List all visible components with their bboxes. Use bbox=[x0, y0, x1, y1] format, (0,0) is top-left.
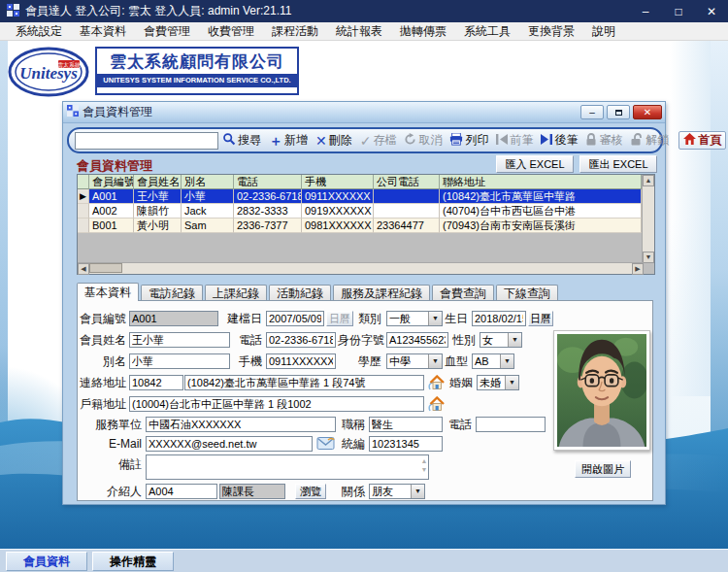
check-icon: ✓ bbox=[360, 134, 372, 148]
next-icon bbox=[541, 134, 552, 148]
cell: (10842)臺北市萬華區中華路 bbox=[440, 189, 642, 204]
scroll-left-arrow[interactable]: ◀ bbox=[78, 263, 89, 275]
cell: 王小華 bbox=[134, 189, 182, 204]
tab-fee-inquiry[interactable]: 會費查詢 bbox=[432, 285, 494, 301]
cell: 02-2336-6718 bbox=[234, 189, 302, 204]
export-excel-button[interactable]: 匯出 EXCEL bbox=[579, 155, 657, 173]
col-member-name[interactable]: 會員姓名 bbox=[134, 175, 182, 189]
id-number-field[interactable] bbox=[386, 332, 448, 348]
relation-select[interactable]: 朋友▼ bbox=[369, 484, 425, 499]
menu-statistics-reports[interactable]: 統計報表 bbox=[327, 23, 391, 40]
save-button[interactable]: ✓存檔 bbox=[356, 130, 401, 151]
add-button[interactable]: ＋新增 bbox=[265, 130, 312, 151]
search-button[interactable]: 搜尋 bbox=[218, 130, 265, 151]
menu-charge-management[interactable]: 收費管理 bbox=[199, 23, 263, 40]
mdi-titlebar[interactable]: 會員資料管理 – ✕ bbox=[63, 102, 665, 123]
scroll-down-arrow[interactable]: ▼ bbox=[643, 252, 654, 263]
scroll-right-arrow[interactable]: ▶ bbox=[632, 263, 644, 275]
menu-basic-data[interactable]: 基本資料 bbox=[71, 23, 135, 40]
created-calendar-button[interactable]: 日曆 bbox=[326, 311, 353, 326]
col-alias[interactable]: 別名 bbox=[182, 175, 234, 189]
work-phone-field[interactable] bbox=[476, 417, 546, 432]
print-button[interactable]: 列印 bbox=[446, 130, 492, 151]
col-mobile[interactable]: 手機 bbox=[302, 175, 374, 189]
maximize-button[interactable]: □ bbox=[662, 0, 695, 22]
contact-zip-field[interactable] bbox=[129, 375, 183, 390]
company-name-en: UNITESYS SYSTEM INFORMATION SERVICE CO.,… bbox=[97, 74, 297, 87]
contact-address-field[interactable] bbox=[184, 375, 424, 390]
tax-id-field[interactable] bbox=[369, 436, 443, 452]
mdi-restore-button[interactable] bbox=[607, 105, 630, 119]
alias-field[interactable] bbox=[129, 353, 230, 369]
registered-address-field[interactable] bbox=[129, 396, 424, 412]
table-row-selected[interactable]: ▶ A001 王小華 小華 02-2336-6718 0911XXXXXX (1… bbox=[78, 189, 654, 204]
menu-course-activity[interactable]: 課程活動 bbox=[263, 23, 327, 40]
status-tab-operation-wizard[interactable]: 操作精靈 bbox=[92, 552, 174, 571]
table-row[interactable]: A002 陳韻竹 Jack 2832-3333 0919XXXXXX (4070… bbox=[78, 204, 654, 219]
previous-record-button[interactable]: 前筆 bbox=[492, 130, 537, 151]
blood-type-select[interactable]: AB▼ bbox=[472, 353, 514, 369]
notes-field[interactable] bbox=[146, 454, 429, 480]
cancel-button[interactable]: 取消 bbox=[400, 130, 446, 151]
tab-service-course-records[interactable]: 服務及課程紀錄 bbox=[333, 285, 430, 301]
mobile-field[interactable] bbox=[266, 353, 336, 369]
cell: 小華 bbox=[182, 189, 234, 204]
member-name-field[interactable] bbox=[129, 332, 230, 348]
next-record-button[interactable]: 後筆 bbox=[537, 130, 581, 151]
titlebar: 會員達人 登入公司: 雲太 登入人員: admin Ver:21.11 – □ … bbox=[0, 0, 728, 22]
audit-button[interactable]: 審核 bbox=[581, 130, 626, 151]
house-icon[interactable] bbox=[428, 375, 446, 390]
menu-system-tools[interactable]: 系統工具 bbox=[455, 23, 519, 40]
delete-button[interactable]: ✕刪除 bbox=[312, 130, 356, 151]
tab-call-records[interactable]: 電訪紀錄 bbox=[141, 285, 203, 301]
tab-basic-data[interactable]: 基本資料 bbox=[77, 283, 139, 301]
email-field[interactable] bbox=[146, 436, 313, 452]
mdi-close-button[interactable]: ✕ bbox=[633, 105, 662, 119]
scrollbar-thumb[interactable] bbox=[89, 263, 122, 273]
house-icon[interactable] bbox=[428, 396, 446, 412]
open-image-button[interactable]: 開啟圖片 bbox=[575, 460, 631, 478]
table-horizontal-scrollbar[interactable]: ◀ ▶ bbox=[78, 262, 644, 274]
gender-select[interactable]: 女▼ bbox=[480, 332, 522, 348]
tab-class-records[interactable]: 上課紀錄 bbox=[205, 285, 267, 301]
status-tab-member-data[interactable]: 會員資料 bbox=[6, 552, 87, 571]
home-button[interactable]: 首頁 bbox=[678, 131, 726, 150]
table-row[interactable]: B001 黃小明 Sam 2336-7377 0981XXXXXX 233644… bbox=[78, 219, 654, 233]
phone-field[interactable] bbox=[266, 332, 336, 348]
category-select[interactable]: 一般▼ bbox=[386, 311, 443, 326]
scroll-up-arrow[interactable]: ▲ bbox=[643, 175, 654, 186]
job-title-field[interactable] bbox=[369, 417, 443, 432]
search-input[interactable] bbox=[75, 132, 218, 150]
table-vertical-scrollbar[interactable]: ▲ ▼ bbox=[642, 175, 654, 263]
notes-scroll-arrows[interactable]: ▲▼ bbox=[419, 456, 429, 474]
menu-fee-management[interactable]: 會費管理 bbox=[135, 23, 199, 40]
mdi-minimize-button[interactable]: – bbox=[580, 105, 604, 119]
import-excel-button[interactable]: 匯入 EXCEL bbox=[496, 155, 574, 173]
close-button[interactable]: ✕ bbox=[695, 0, 728, 22]
menu-voucher-transfer[interactable]: 拋轉傳票 bbox=[391, 23, 455, 40]
tab-downline-inquiry[interactable]: 下線查詢 bbox=[496, 285, 558, 301]
col-company-phone[interactable]: 公司電話 bbox=[374, 175, 440, 189]
tab-activity-records[interactable]: 活動紀錄 bbox=[269, 285, 331, 301]
menu-help[interactable]: 說明 bbox=[583, 23, 624, 40]
marriage-select[interactable]: 未婚▼ bbox=[477, 375, 519, 390]
menu-change-background[interactable]: 更換背景 bbox=[519, 23, 583, 40]
education-select[interactable]: 中學▼ bbox=[386, 353, 443, 369]
cell: 陳韻竹 bbox=[134, 204, 182, 219]
browse-button[interactable]: 瀏覽 bbox=[295, 484, 326, 499]
svg-text:雲太系統: 雲太系統 bbox=[57, 61, 81, 69]
created-date-field[interactable] bbox=[266, 311, 324, 326]
col-phone[interactable]: 電話 bbox=[234, 175, 302, 189]
mail-icon[interactable] bbox=[316, 436, 334, 452]
menu-system-settings[interactable]: 系統設定 bbox=[7, 23, 71, 40]
birthday-field[interactable] bbox=[472, 311, 526, 326]
introducer-code-field[interactable] bbox=[146, 484, 217, 499]
birthday-calendar-button[interactable]: 日曆 bbox=[528, 311, 553, 326]
col-member-id[interactable]: 會員編號 bbox=[89, 175, 134, 189]
unlock-button[interactable]: 解鎖 bbox=[626, 130, 673, 151]
employer-field[interactable] bbox=[146, 417, 336, 432]
minimize-button[interactable]: – bbox=[629, 0, 662, 22]
col-contact-address[interactable]: 聯絡地址 bbox=[440, 175, 642, 189]
member-id-field[interactable] bbox=[129, 311, 218, 326]
introducer-name-field[interactable] bbox=[219, 484, 285, 499]
